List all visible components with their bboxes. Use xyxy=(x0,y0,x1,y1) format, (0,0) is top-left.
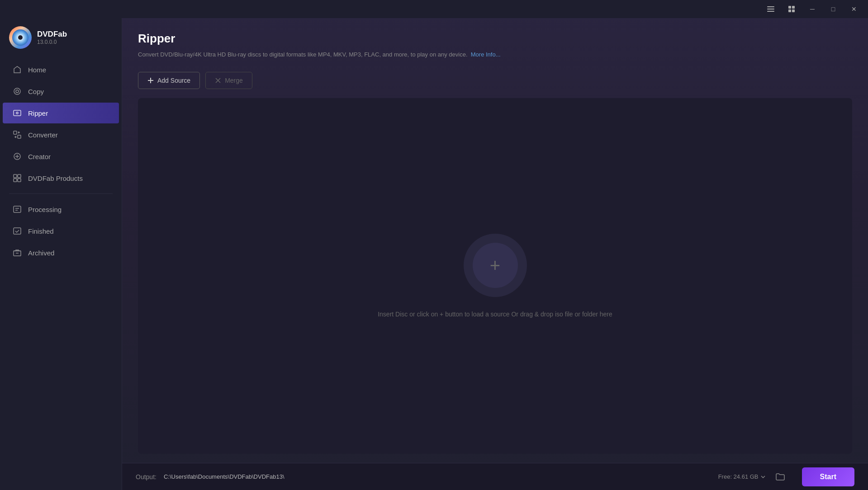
hamburger-icon xyxy=(767,5,774,13)
toolbar: Add Source Merge xyxy=(138,72,852,89)
footer-bar: Output: C:\Users\fab\Documents\DVDFab\DV… xyxy=(122,463,868,490)
page-description: Convert DVD/Blu-ray/4K Ultra HD Blu-ray … xyxy=(138,50,852,59)
sidebar: DVDFab 13.0.0.0 Home Copy xyxy=(0,0,122,490)
svg-rect-12 xyxy=(18,135,21,138)
sidebar-item-dvdfab-products[interactable]: DVDFab Products xyxy=(3,168,119,188)
merge-button[interactable]: Merge xyxy=(205,72,252,89)
archived-icon xyxy=(13,248,22,257)
app-name-group: DVDFab 13.0.0.0 xyxy=(37,30,67,45)
sidebar-item-ripper-label: Ripper xyxy=(28,109,48,117)
svg-point-10 xyxy=(16,112,18,114)
drop-circle: + xyxy=(464,234,527,297)
sidebar-item-finished-label: Finished xyxy=(28,227,54,235)
app-name: DVDFab xyxy=(37,30,67,39)
output-path: C:\Users\fab\Documents\DVDFab\DVDFab13\ xyxy=(164,473,711,480)
sidebar-item-finished[interactable]: Finished xyxy=(3,221,119,241)
titlebar-grid-button[interactable] xyxy=(781,2,802,16)
free-space: Free: 24.61 GB xyxy=(718,473,766,480)
folder-icon xyxy=(775,472,785,482)
svg-rect-17 xyxy=(18,179,21,182)
main-content: Ripper Convert DVD/Blu-ray/4K Ultra HD B… xyxy=(122,0,868,490)
content-area: Ripper Convert DVD/Blu-ray/4K Ultra HD B… xyxy=(122,18,868,463)
folder-button[interactable] xyxy=(773,470,787,484)
sidebar-bottom-section: Processing Finished xyxy=(0,198,122,264)
svg-rect-14 xyxy=(14,174,17,178)
chevron-down-icon xyxy=(760,474,766,480)
svg-rect-2 xyxy=(767,11,774,12)
finished-icon xyxy=(13,226,22,236)
svg-rect-15 xyxy=(18,174,21,178)
add-source-button[interactable]: Add Source xyxy=(138,72,200,89)
drop-zone[interactable]: + Insert Disc or click on + button to lo… xyxy=(138,98,852,454)
grid-icon xyxy=(788,5,795,13)
dvd-logo-icon xyxy=(12,29,28,46)
sidebar-item-processing-label: Processing xyxy=(28,206,62,213)
sidebar-item-archived-label: Archived xyxy=(28,249,54,257)
ripper-icon xyxy=(13,108,22,118)
merge-icon xyxy=(215,77,221,84)
sidebar-item-home[interactable]: Home xyxy=(3,59,119,80)
plus-icon xyxy=(147,77,154,84)
more-info-link[interactable]: More Info... xyxy=(471,51,501,58)
maximize-button[interactable]: □ xyxy=(823,2,844,16)
svg-rect-4 xyxy=(792,6,795,9)
products-icon xyxy=(13,174,22,183)
svg-rect-6 xyxy=(792,9,795,12)
menu-icon-button[interactable] xyxy=(760,2,781,16)
svg-point-8 xyxy=(16,90,19,93)
sidebar-item-converter[interactable]: Converter xyxy=(3,124,119,145)
sidebar-item-archived[interactable]: Archived xyxy=(3,242,119,263)
svg-rect-16 xyxy=(14,179,17,182)
svg-rect-5 xyxy=(788,9,791,12)
svg-rect-18 xyxy=(14,206,21,212)
svg-rect-0 xyxy=(767,6,774,7)
sidebar-item-ripper[interactable]: Ripper xyxy=(3,103,119,123)
copy-icon xyxy=(13,87,22,96)
sidebar-item-dvdfab-products-label: DVDFab Products xyxy=(28,174,83,182)
svg-rect-1 xyxy=(767,9,774,9)
nav-divider xyxy=(9,193,113,194)
page-title: Ripper xyxy=(138,32,852,46)
svg-point-7 xyxy=(14,88,20,94)
drop-plus-button[interactable]: + xyxy=(473,243,518,288)
svg-rect-11 xyxy=(14,131,17,134)
sidebar-item-creator-label: Creator xyxy=(28,153,51,160)
sidebar-item-creator[interactable]: Creator xyxy=(3,146,119,167)
sidebar-item-home-label: Home xyxy=(28,66,46,74)
output-label: Output: xyxy=(136,473,157,481)
processing-icon xyxy=(13,205,22,214)
sidebar-item-copy-label: Copy xyxy=(28,88,44,95)
svg-rect-3 xyxy=(788,6,791,9)
creator-icon xyxy=(13,152,22,161)
sidebar-item-copy[interactable]: Copy xyxy=(3,81,119,102)
app-logo: DVDFab 13.0.0.0 xyxy=(0,18,122,59)
sidebar-item-processing[interactable]: Processing xyxy=(3,199,119,220)
svg-rect-19 xyxy=(14,228,21,234)
app-version: 13.0.0.0 xyxy=(37,39,67,45)
minimize-button[interactable]: ─ xyxy=(802,2,823,16)
home-icon xyxy=(13,65,22,74)
converter-icon xyxy=(13,130,22,139)
titlebar: ─ □ ✕ xyxy=(0,0,868,18)
svg-rect-9 xyxy=(14,110,21,116)
close-button[interactable]: ✕ xyxy=(844,2,864,16)
drop-hint: Insert Disc or click on + button to load… xyxy=(378,311,612,318)
start-button[interactable]: Start xyxy=(802,467,854,486)
sidebar-navigation: Home Copy Ripper xyxy=(0,59,122,490)
sidebar-item-converter-label: Converter xyxy=(28,131,58,139)
avatar xyxy=(9,26,32,49)
